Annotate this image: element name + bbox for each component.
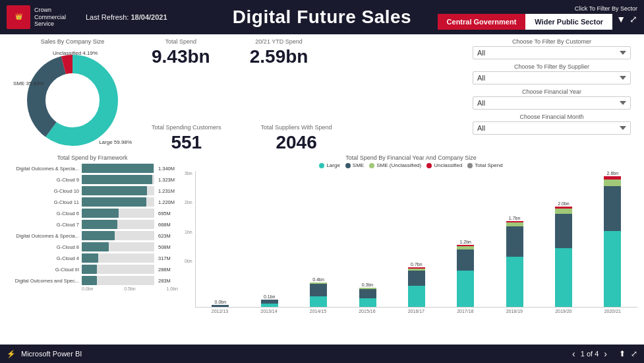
- stack-segment: [310, 284, 327, 297]
- bar-value: 623M: [158, 233, 178, 239]
- stack-segment: [506, 257, 523, 307]
- bar-chart: Digital Outcomes & Specia... 1.340M G-Cl…: [7, 164, 178, 285]
- donut-wrapper: Unclassified 4.19% SME 35.83% Large 59.9…: [20, 48, 125, 153]
- filter-customer-label: Choose To Filter By Customer: [473, 38, 631, 45]
- bar-label: G-Cloud 10: [7, 188, 79, 194]
- bar-label: Digital Outcomes and Spec...: [7, 278, 79, 284]
- bar-track: [82, 220, 154, 229]
- top-bar: 👑 Crown Commercial Service Last Refresh:…: [0, 0, 644, 34]
- share-icon[interactable]: ⬆: [619, 349, 626, 358]
- legend-item: SME: [345, 162, 364, 168]
- stack-segment: [408, 286, 425, 308]
- filter-month-group: Choose Financial Month All: [473, 114, 631, 135]
- stack-segment: [555, 214, 572, 248]
- bar-label: Digital Outcomes & Specia...: [7, 166, 79, 172]
- next-page-button[interactable]: ›: [604, 348, 607, 359]
- sector-btn-row: Central Government Wider Public Sector ▼…: [438, 14, 637, 30]
- bar-track: [82, 197, 154, 207]
- bar-chart-row: G-Cloud 7 668M: [7, 220, 178, 229]
- ytd-spend-value: 2.59bn: [250, 46, 308, 67]
- stack-segment: [604, 186, 621, 231]
- legend-row: LargeSMESME (Unclassified)UnclassifiedTo…: [185, 162, 637, 168]
- bar-fill: [82, 209, 119, 218]
- filter-year-group: Choose Financial Year All: [473, 88, 631, 110]
- filter-customer-group: Choose To Filter By Customer All: [473, 38, 631, 59]
- filter-icon[interactable]: ▼: [616, 14, 626, 30]
- year-label: 2016/17: [393, 309, 440, 314]
- fullscreen-icon[interactable]: ⤢: [631, 349, 637, 358]
- bar-value: 288M: [158, 267, 178, 273]
- donut-label-unclassified: Unclassified 4.19%: [53, 50, 98, 56]
- charts-area: Total Spend by Framework Digital Outcome…: [0, 154, 644, 345]
- bar-label: G-Cloud 11: [7, 199, 79, 205]
- bar-chart-row: Digital Outcomes and Spec... 283M: [7, 276, 178, 285]
- expand-icon[interactable]: ⤢: [629, 14, 637, 30]
- stack-segment: [212, 305, 229, 307]
- bar-fill: [82, 197, 146, 207]
- stack-segment: [555, 209, 572, 214]
- donut-label-large: Large 59.98%: [99, 139, 132, 145]
- year-label: 2012/13: [196, 309, 243, 314]
- stacked-bar-total-label: 1.7bn: [509, 216, 521, 220]
- crown-logo: 👑: [7, 5, 30, 29]
- stacked-chart-title: Total Spend By Financial Year And Compan…: [185, 154, 637, 161]
- year-label: 2014/15: [295, 309, 341, 314]
- suppliers-label: Total Suppliers With Spend: [261, 124, 332, 131]
- legend-item: SME (Unclassified): [369, 162, 421, 168]
- filter-customer-select[interactable]: All: [473, 46, 631, 59]
- footer-nav: ‹ 1 of 4 › ⬆ ⤢: [572, 348, 637, 359]
- bar-chart-row: Digital Outcomes & Specia... 623M: [7, 231, 178, 240]
- stacked-bar-group: 1.7bn: [491, 216, 538, 307]
- prev-page-button[interactable]: ‹: [572, 348, 575, 359]
- powerbi-footer: ⚡ Microsoft Power BI ‹ 1 of 4 › ⬆ ⤢: [0, 345, 644, 363]
- bar-chart-row: G-Cloud 4 317M: [7, 253, 178, 263]
- stacked-bar-total-label: 0.7bn: [411, 262, 423, 267]
- bar-label: G-Cloud 9: [7, 177, 79, 183]
- bar-fill: [82, 175, 152, 184]
- bar-axis: 0.0bn 0.5bn 1.0bn: [7, 286, 178, 291]
- total-spend-kpi: Total Spend 9.43bn: [152, 38, 210, 67]
- bar-track: [82, 276, 154, 285]
- filter-supplier-select[interactable]: All: [473, 71, 631, 84]
- stacked-bar-total-label: 0.3bn: [362, 282, 374, 287]
- donut-label-sme: SME 35.83%: [13, 81, 44, 86]
- powerbi-icon: ⚡: [7, 350, 16, 358]
- stacked-bar-group: 0.1bn: [246, 294, 293, 307]
- filter-month-select[interactable]: All: [473, 121, 631, 135]
- bar-track: [82, 186, 154, 195]
- stack-segment: [506, 226, 523, 257]
- stacked-bar-stack: [506, 221, 523, 307]
- stack-segment: [457, 271, 474, 307]
- wider-public-sector-button[interactable]: Wider Public Sector: [525, 14, 612, 30]
- stacked-bar-stack: [310, 282, 327, 307]
- bar-value: 1.340M: [158, 166, 178, 172]
- bar-track: [82, 231, 154, 240]
- bar-label: G-Cloud 4: [7, 255, 79, 261]
- bar-chart-row: G-Cloud III 288M: [7, 265, 178, 274]
- bar-chart-title: Total Spend by Framework: [7, 154, 178, 161]
- bar-chart-row: G-Cloud 10 1.231M: [7, 186, 178, 195]
- year-label: 2013/14: [245, 309, 292, 314]
- stack-segment: [359, 289, 376, 299]
- bar-fill: [82, 242, 109, 251]
- stack-segment: [604, 231, 621, 307]
- stack-segment: [310, 296, 327, 307]
- year-label: 2019/20: [540, 309, 587, 314]
- stacked-bar-stack: [604, 176, 621, 307]
- stacked-bar-total-label: 1.2bn: [459, 240, 471, 244]
- stacked-bar-group: 1.2bn: [442, 240, 489, 307]
- bar-track: [82, 253, 154, 263]
- filter-year-select[interactable]: All: [473, 96, 631, 110]
- sector-buttons: Click To Filter By Sector Central Govern…: [438, 5, 637, 30]
- year-label: 2020/21: [589, 309, 636, 314]
- donut-chart: [20, 48, 125, 153]
- stacked-bar-total-label: 2.0bn: [558, 201, 570, 206]
- bar-track: [82, 209, 154, 218]
- ytd-spend-label: 20/21 YTD Spend: [250, 38, 308, 45]
- central-government-button[interactable]: Central Government: [438, 14, 526, 30]
- stack-segment: [604, 180, 621, 186]
- bar-chart-row: G-Cloud 11 1.220M: [7, 197, 178, 207]
- total-spend-value: 9.43bn: [152, 46, 210, 67]
- footer-icons: ⬆ ⤢: [619, 349, 637, 358]
- legend-item: Total Spend: [467, 162, 502, 168]
